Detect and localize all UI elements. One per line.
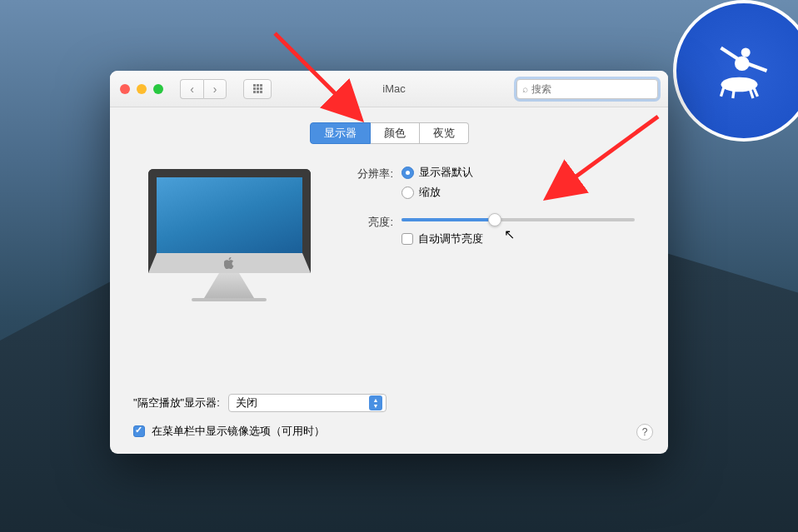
titlebar: ‹ › iMac ⌕: [110, 71, 668, 107]
preferences-window: ‹ › iMac ⌕ 显示器 颜色 夜览: [110, 71, 668, 454]
airplay-dropdown[interactable]: 关闭 ▲▼: [228, 394, 387, 412]
display-preview: [133, 161, 325, 385]
resolution-label: 分辨率:: [350, 165, 401, 181]
dropdown-arrows-icon: ▲▼: [369, 395, 382, 410]
minimize-button[interactable]: [137, 84, 147, 94]
svg-point-2: [741, 48, 751, 57]
maximize-button[interactable]: [153, 84, 163, 94]
window-title: iMac: [280, 82, 508, 95]
airplay-label: "隔空播放"显示器:: [133, 395, 220, 410]
resolution-default-label: 显示器默认: [419, 165, 473, 180]
auto-brightness-checkbox[interactable]: [401, 233, 413, 245]
close-button[interactable]: [120, 84, 130, 94]
resolution-scaled-radio[interactable]: [401, 186, 414, 199]
help-icon: ?: [642, 426, 648, 438]
search-icon: ⌕: [522, 83, 528, 95]
apple-logo-icon: [224, 257, 234, 269]
brightness-slider-thumb[interactable]: [488, 213, 501, 226]
menubar-mirror-label: 在菜单栏中显示镜像选项（可用时）: [152, 424, 325, 439]
chevron-left-icon: ‹: [190, 82, 194, 96]
menubar-mirror-checkbox[interactable]: [133, 425, 145, 437]
cursor-icon: ↖: [504, 226, 515, 242]
airplay-selected: 关闭: [236, 395, 257, 410]
search-input[interactable]: [531, 83, 656, 95]
brightness-slider[interactable]: ↖: [401, 218, 635, 221]
auto-brightness-label: 自动调节亮度: [418, 231, 483, 246]
brightness-label: 亮度:: [350, 213, 401, 230]
resolution-scaled-label: 缩放: [419, 185, 441, 200]
tab-nightshift[interactable]: 夜览: [420, 122, 469, 144]
help-button[interactable]: ?: [636, 424, 653, 440]
tab-bar: 显示器 颜色 夜览: [133, 122, 645, 144]
back-button[interactable]: ‹: [180, 79, 203, 99]
show-all-button[interactable]: [243, 79, 272, 99]
watermark-logo: [673, 0, 798, 142]
grid-icon: [253, 84, 262, 93]
resolution-default-radio[interactable]: [401, 167, 414, 179]
tab-color[interactable]: 颜色: [371, 122, 420, 144]
forward-button[interactable]: ›: [203, 79, 227, 99]
chevron-right-icon: ›: [213, 82, 217, 96]
search-field[interactable]: ⌕: [516, 79, 658, 99]
tab-display[interactable]: 显示器: [310, 122, 371, 144]
